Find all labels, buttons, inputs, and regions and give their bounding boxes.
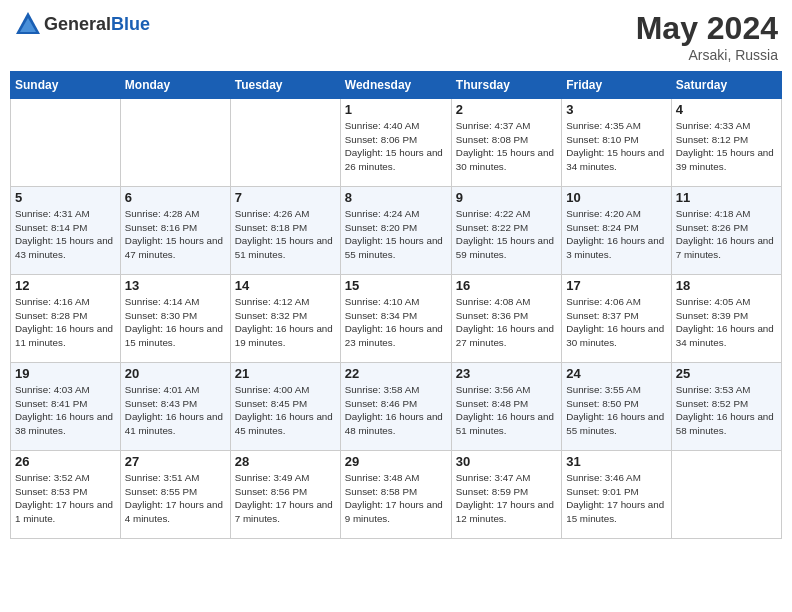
calendar-cell: 15Sunrise: 4:10 AMSunset: 8:34 PMDayligh… bbox=[340, 275, 451, 363]
day-number: 18 bbox=[676, 278, 777, 293]
day-info: Sunrise: 4:20 AMSunset: 8:24 PMDaylight:… bbox=[566, 207, 667, 262]
day-number: 8 bbox=[345, 190, 447, 205]
calendar-cell: 12Sunrise: 4:16 AMSunset: 8:28 PMDayligh… bbox=[11, 275, 121, 363]
day-number: 15 bbox=[345, 278, 447, 293]
calendar-cell: 5Sunrise: 4:31 AMSunset: 8:14 PMDaylight… bbox=[11, 187, 121, 275]
day-info: Sunrise: 4:01 AMSunset: 8:43 PMDaylight:… bbox=[125, 383, 226, 438]
calendar-cell: 19Sunrise: 4:03 AMSunset: 8:41 PMDayligh… bbox=[11, 363, 121, 451]
calendar-cell bbox=[120, 99, 230, 187]
weekday-header: Friday bbox=[562, 72, 672, 99]
day-info: Sunrise: 4:35 AMSunset: 8:10 PMDaylight:… bbox=[566, 119, 667, 174]
day-info: Sunrise: 4:08 AMSunset: 8:36 PMDaylight:… bbox=[456, 295, 557, 350]
calendar-cell bbox=[230, 99, 340, 187]
calendar-cell bbox=[11, 99, 121, 187]
calendar-cell: 1Sunrise: 4:40 AMSunset: 8:06 PMDaylight… bbox=[340, 99, 451, 187]
calendar-week-row: 1Sunrise: 4:40 AMSunset: 8:06 PMDaylight… bbox=[11, 99, 782, 187]
calendar-cell: 18Sunrise: 4:05 AMSunset: 8:39 PMDayligh… bbox=[671, 275, 781, 363]
day-number: 17 bbox=[566, 278, 667, 293]
logo-text-blue: Blue bbox=[111, 14, 150, 34]
day-number: 19 bbox=[15, 366, 116, 381]
day-info: Sunrise: 3:51 AMSunset: 8:55 PMDaylight:… bbox=[125, 471, 226, 526]
day-info: Sunrise: 4:16 AMSunset: 8:28 PMDaylight:… bbox=[15, 295, 116, 350]
day-info: Sunrise: 3:53 AMSunset: 8:52 PMDaylight:… bbox=[676, 383, 777, 438]
logo-text-general: General bbox=[44, 14, 111, 34]
day-number: 31 bbox=[566, 454, 667, 469]
day-info: Sunrise: 4:28 AMSunset: 8:16 PMDaylight:… bbox=[125, 207, 226, 262]
day-number: 4 bbox=[676, 102, 777, 117]
day-info: Sunrise: 4:10 AMSunset: 8:34 PMDaylight:… bbox=[345, 295, 447, 350]
weekday-header: Monday bbox=[120, 72, 230, 99]
calendar-cell: 10Sunrise: 4:20 AMSunset: 8:24 PMDayligh… bbox=[562, 187, 672, 275]
day-info: Sunrise: 3:52 AMSunset: 8:53 PMDaylight:… bbox=[15, 471, 116, 526]
day-info: Sunrise: 4:14 AMSunset: 8:30 PMDaylight:… bbox=[125, 295, 226, 350]
calendar-cell: 6Sunrise: 4:28 AMSunset: 8:16 PMDaylight… bbox=[120, 187, 230, 275]
calendar-cell: 30Sunrise: 3:47 AMSunset: 8:59 PMDayligh… bbox=[451, 451, 561, 539]
weekday-header-row: SundayMondayTuesdayWednesdayThursdayFrid… bbox=[11, 72, 782, 99]
calendar-table: SundayMondayTuesdayWednesdayThursdayFrid… bbox=[10, 71, 782, 539]
calendar-cell: 3Sunrise: 4:35 AMSunset: 8:10 PMDaylight… bbox=[562, 99, 672, 187]
calendar-cell: 16Sunrise: 4:08 AMSunset: 8:36 PMDayligh… bbox=[451, 275, 561, 363]
weekday-header: Saturday bbox=[671, 72, 781, 99]
calendar-location: Arsaki, Russia bbox=[636, 47, 778, 63]
day-number: 14 bbox=[235, 278, 336, 293]
calendar-cell: 4Sunrise: 4:33 AMSunset: 8:12 PMDaylight… bbox=[671, 99, 781, 187]
day-info: Sunrise: 4:06 AMSunset: 8:37 PMDaylight:… bbox=[566, 295, 667, 350]
calendar-cell: 24Sunrise: 3:55 AMSunset: 8:50 PMDayligh… bbox=[562, 363, 672, 451]
calendar-cell: 29Sunrise: 3:48 AMSunset: 8:58 PMDayligh… bbox=[340, 451, 451, 539]
day-number: 9 bbox=[456, 190, 557, 205]
weekday-header: Sunday bbox=[11, 72, 121, 99]
calendar-week-row: 5Sunrise: 4:31 AMSunset: 8:14 PMDaylight… bbox=[11, 187, 782, 275]
day-info: Sunrise: 4:37 AMSunset: 8:08 PMDaylight:… bbox=[456, 119, 557, 174]
calendar-cell: 17Sunrise: 4:06 AMSunset: 8:37 PMDayligh… bbox=[562, 275, 672, 363]
day-info: Sunrise: 4:22 AMSunset: 8:22 PMDaylight:… bbox=[456, 207, 557, 262]
day-number: 30 bbox=[456, 454, 557, 469]
day-number: 2 bbox=[456, 102, 557, 117]
weekday-header: Tuesday bbox=[230, 72, 340, 99]
title-block: May 2024 Arsaki, Russia bbox=[636, 10, 778, 63]
day-number: 3 bbox=[566, 102, 667, 117]
day-info: Sunrise: 4:12 AMSunset: 8:32 PMDaylight:… bbox=[235, 295, 336, 350]
day-number: 13 bbox=[125, 278, 226, 293]
day-number: 28 bbox=[235, 454, 336, 469]
calendar-cell: 21Sunrise: 4:00 AMSunset: 8:45 PMDayligh… bbox=[230, 363, 340, 451]
day-number: 12 bbox=[15, 278, 116, 293]
day-number: 26 bbox=[15, 454, 116, 469]
calendar-week-row: 12Sunrise: 4:16 AMSunset: 8:28 PMDayligh… bbox=[11, 275, 782, 363]
day-number: 10 bbox=[566, 190, 667, 205]
day-number: 5 bbox=[15, 190, 116, 205]
calendar-cell: 26Sunrise: 3:52 AMSunset: 8:53 PMDayligh… bbox=[11, 451, 121, 539]
day-number: 11 bbox=[676, 190, 777, 205]
calendar-cell: 13Sunrise: 4:14 AMSunset: 8:30 PMDayligh… bbox=[120, 275, 230, 363]
calendar-week-row: 19Sunrise: 4:03 AMSunset: 8:41 PMDayligh… bbox=[11, 363, 782, 451]
calendar-week-row: 26Sunrise: 3:52 AMSunset: 8:53 PMDayligh… bbox=[11, 451, 782, 539]
calendar-cell: 8Sunrise: 4:24 AMSunset: 8:20 PMDaylight… bbox=[340, 187, 451, 275]
calendar-cell: 7Sunrise: 4:26 AMSunset: 8:18 PMDaylight… bbox=[230, 187, 340, 275]
calendar-title: May 2024 bbox=[636, 10, 778, 47]
day-number: 7 bbox=[235, 190, 336, 205]
day-number: 25 bbox=[676, 366, 777, 381]
page-header: GeneralBlue May 2024 Arsaki, Russia bbox=[10, 10, 782, 63]
day-number: 24 bbox=[566, 366, 667, 381]
day-info: Sunrise: 4:33 AMSunset: 8:12 PMDaylight:… bbox=[676, 119, 777, 174]
day-info: Sunrise: 4:00 AMSunset: 8:45 PMDaylight:… bbox=[235, 383, 336, 438]
day-number: 29 bbox=[345, 454, 447, 469]
weekday-header: Thursday bbox=[451, 72, 561, 99]
day-number: 16 bbox=[456, 278, 557, 293]
calendar-cell: 25Sunrise: 3:53 AMSunset: 8:52 PMDayligh… bbox=[671, 363, 781, 451]
day-info: Sunrise: 3:47 AMSunset: 8:59 PMDaylight:… bbox=[456, 471, 557, 526]
day-info: Sunrise: 3:49 AMSunset: 8:56 PMDaylight:… bbox=[235, 471, 336, 526]
day-info: Sunrise: 4:31 AMSunset: 8:14 PMDaylight:… bbox=[15, 207, 116, 262]
calendar-cell: 23Sunrise: 3:56 AMSunset: 8:48 PMDayligh… bbox=[451, 363, 561, 451]
calendar-cell: 11Sunrise: 4:18 AMSunset: 8:26 PMDayligh… bbox=[671, 187, 781, 275]
weekday-header: Wednesday bbox=[340, 72, 451, 99]
logo: GeneralBlue bbox=[14, 10, 150, 38]
day-info: Sunrise: 4:18 AMSunset: 8:26 PMDaylight:… bbox=[676, 207, 777, 262]
calendar-cell: 14Sunrise: 4:12 AMSunset: 8:32 PMDayligh… bbox=[230, 275, 340, 363]
day-number: 20 bbox=[125, 366, 226, 381]
day-info: Sunrise: 4:26 AMSunset: 8:18 PMDaylight:… bbox=[235, 207, 336, 262]
calendar-cell: 28Sunrise: 3:49 AMSunset: 8:56 PMDayligh… bbox=[230, 451, 340, 539]
day-info: Sunrise: 3:55 AMSunset: 8:50 PMDaylight:… bbox=[566, 383, 667, 438]
day-number: 21 bbox=[235, 366, 336, 381]
logo-icon bbox=[14, 10, 42, 38]
day-info: Sunrise: 4:40 AMSunset: 8:06 PMDaylight:… bbox=[345, 119, 447, 174]
